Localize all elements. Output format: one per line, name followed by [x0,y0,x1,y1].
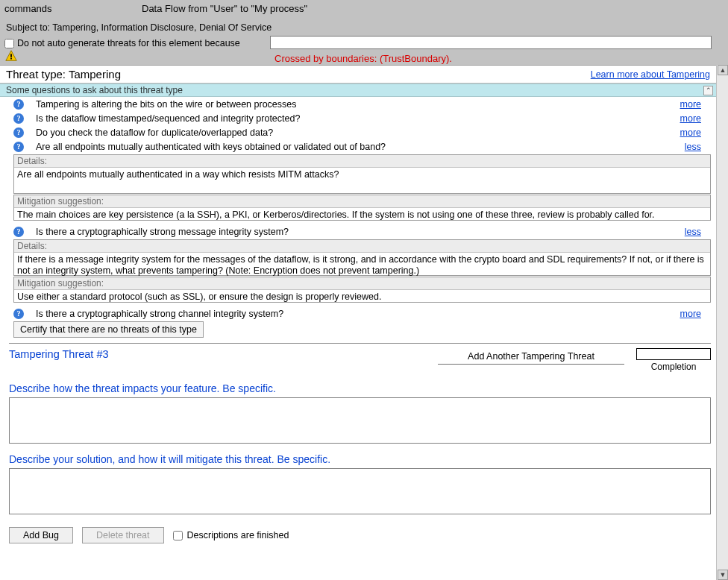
completion-progress [636,348,711,360]
mitigation-body: Use either a standard protocol (such as … [14,290,710,302]
mitigation-box: Mitigation suggestion: Use either a stan… [13,277,711,303]
details-body: Are all endpoints mutually authenticated… [14,168,710,193]
collapse-icon[interactable]: ⌃ [703,86,713,95]
impact-textarea[interactable] [9,397,711,444]
subject-to-label: Subject to: Tampering, Information Discl… [6,22,272,33]
details-box: Details: Are all endpoints mutually auth… [13,154,711,194]
questions-header-label: Some questions to ask about this threat … [6,85,183,95]
no-auto-reason-input[interactable] [270,36,712,49]
svg-rect-1 [10,54,12,57]
descriptions-finished-label: Descriptions are finished [187,530,289,540]
threat-instance-title: Tampering Threat #3 [9,348,438,360]
help-icon[interactable]: ? [13,227,24,237]
add-bug-button[interactable]: Add Bug [9,527,73,543]
details-box: Details: If there is a message integrity… [13,239,711,276]
less-link[interactable]: less [685,142,701,152]
help-icon[interactable]: ? [13,113,24,124]
question-text: Is the dataflow timestamped/sequenced an… [36,113,680,124]
mitigation-header: Mitigation suggestion: [14,277,710,290]
descriptions-finished-checkbox[interactable] [173,531,183,540]
learn-more-link[interactable]: Learn more about Tampering [591,69,710,80]
flow-title: Data Flow from "User" to "My process" [142,3,307,14]
svg-rect-2 [10,58,12,60]
vertical-scrollbar[interactable]: ▲ ▼ [716,65,728,580]
question-text: Tampering is altering the bits on the wi… [36,99,680,110]
more-link[interactable]: more [680,99,701,110]
help-icon[interactable]: ? [13,142,24,152]
more-link[interactable]: more [680,309,701,319]
help-icon[interactable]: ? [13,99,24,110]
no-auto-checkbox[interactable] [4,39,14,48]
completion-label: Completion [636,362,711,372]
add-another-threat-button[interactable]: Add Another Tampering Threat [438,348,624,365]
question-text: Are all endpoints mutually authenticated… [36,142,685,152]
more-link[interactable]: more [680,127,701,138]
solution-textarea[interactable] [9,468,711,514]
no-auto-label: Do not auto generate threats for this el… [17,38,240,48]
scroll-down-icon[interactable]: ▼ [718,570,728,580]
mitigation-box: Mitigation suggestion: The main choices … [13,195,711,221]
scroll-up-icon[interactable]: ▲ [718,65,728,75]
warning-icon [4,49,18,63]
details-header: Details: [14,240,710,253]
help-icon[interactable]: ? [13,127,24,138]
mitigation-header: Mitigation suggestion: [14,195,710,208]
help-icon[interactable]: ? [13,309,24,319]
question-text: Do you check the dataflow for duplicate/… [36,127,680,138]
solution-prompt: Describe your solution, and how it will … [9,453,711,465]
details-body: If there is a message integrity system f… [14,253,710,275]
more-link[interactable]: more [680,113,701,124]
impact-prompt: Describe how the threat impacts your fea… [9,382,711,394]
mitigation-body: The main choices are key persistence (a … [14,208,710,220]
crossed-boundaries-label: Crossed by boundaries: (TrustBoundary). [274,53,452,64]
question-text: Is there a cryptographically strong chan… [36,309,680,319]
certify-button[interactable]: Certify that there are no threats of thi… [13,321,204,338]
commands-label[interactable]: commands [4,3,52,14]
delete-threat-button[interactable]: Delete threat [82,527,164,543]
less-link[interactable]: less [685,227,701,237]
threat-type-label: Threat type: Tampering [6,68,121,81]
question-text: Is there a cryptographically strong mess… [36,227,685,237]
details-header: Details: [14,155,710,168]
